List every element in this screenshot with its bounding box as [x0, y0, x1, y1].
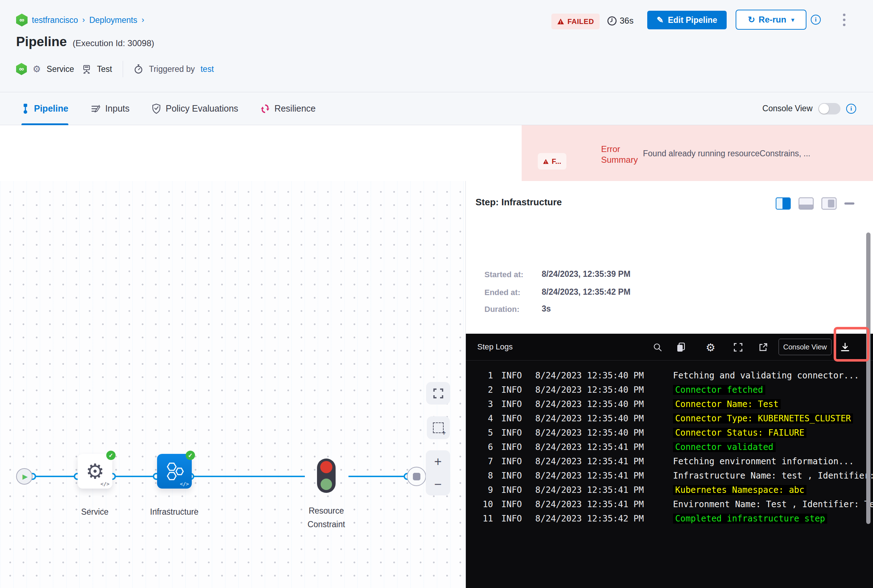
resource-constraint-label: Resource Constraint [294, 504, 359, 531]
log-line: 4INFO8/24/2023 12:35:40 PMConnector Type… [466, 411, 873, 426]
environment-tag[interactable]: Test [97, 64, 112, 74]
console-view-control: Console View i [762, 92, 856, 125]
log-open-external-button[interactable] [757, 342, 769, 353]
log-message-cell: Connector Status: FAILURE [673, 426, 873, 440]
execution-id: (Execution Id: 30098) [73, 38, 154, 48]
external-link-icon [758, 342, 768, 352]
shield-check-icon [152, 104, 161, 114]
log-level: INFO [501, 468, 535, 483]
tab-policy-evaluations[interactable]: Policy Evaluations [152, 92, 238, 125]
breadcrumb-separator-icon: › [142, 15, 144, 25]
log-copy-button[interactable] [675, 342, 687, 353]
canvas-fullscreen-button[interactable] [426, 382, 450, 405]
log-timestamp: 8/24/2023 12:35:40 PM [535, 383, 673, 397]
hexagons-icon [164, 461, 186, 482]
log-timestamp: 8/24/2023 12:35:41 PM [535, 454, 673, 468]
elapsed-time-value: 36s [620, 16, 634, 26]
tab-inputs[interactable]: Inputs [90, 92, 129, 125]
cd-module-icon: ∞ [16, 14, 27, 27]
tab-inputs-label: Inputs [105, 104, 129, 114]
breadcrumb-deployments-link[interactable]: Deployments [89, 15, 137, 25]
infrastructure-node-label: Infrastructure [142, 507, 206, 517]
copy-icon [676, 342, 686, 352]
log-message-cell: Fetching and validating connector... [673, 368, 873, 383]
play-icon: ▶ [23, 472, 28, 481]
log-level: INFO [501, 497, 535, 512]
log-timestamp: 8/24/2023 12:35:41 PM [535, 440, 673, 454]
traffic-red-light [320, 461, 332, 473]
log-console-view-button[interactable]: Console View [778, 339, 831, 355]
log-message-cell: Kubernetes Namespace: abc [673, 483, 873, 497]
pipeline-start-node[interactable]: ▶ [16, 468, 33, 484]
pipeline-execution-page: ∞ testfrancisco › Deployments › FAILED 3… [0, 0, 873, 588]
failed-chip: F... [538, 153, 566, 170]
edge-service-infra [115, 476, 156, 477]
breadcrumb-project-link[interactable]: testfrancisco [32, 15, 78, 25]
log-message-cell: Connector fetched [673, 383, 873, 397]
log-timestamp: 8/24/2023 12:35:41 PM [535, 483, 673, 497]
step-logs-panel: Step Logs ⚙ [466, 334, 873, 588]
minimize-panel-icon[interactable] [844, 202, 854, 205]
tab-resilience-label: Resilience [274, 104, 316, 114]
log-message: Infrastructure Name: test , Identifier: [673, 471, 873, 481]
service-tag[interactable]: Service [47, 64, 74, 74]
execution-info-icon[interactable]: i [811, 15, 821, 25]
log-line-number: 4 [475, 411, 493, 426]
log-message: Connector Type: KUBERNETES_CLUSTER [673, 414, 853, 423]
step-panel-title: Step: Infrastructure [475, 197, 562, 208]
console-view-info-icon[interactable]: i [846, 104, 856, 114]
more-options-menu[interactable] [841, 12, 847, 27]
log-download-button[interactable] [839, 342, 851, 353]
traffic-green-light [321, 478, 332, 490]
gear-icon: ⚙ [33, 64, 41, 75]
pipeline-graph-canvas[interactable]: ▶ ⚙ </> ✓ Service </> ✓ Infrastructure R… [0, 181, 466, 588]
tab-policy-evaluations-label: Policy Evaluations [166, 104, 238, 114]
layout-split-right-icon[interactable] [776, 197, 791, 210]
rerun-button[interactable]: ↻ Re-run ▾ [736, 10, 807, 30]
log-search-button[interactable] [652, 342, 663, 353]
log-rows[interactable]: 1INFO8/24/2023 12:35:40 PMFetching and v… [466, 360, 873, 588]
layout-floating-icon[interactable] [822, 197, 837, 210]
trigger-user-link[interactable]: test [200, 64, 213, 74]
marquee-select-icon [433, 422, 444, 433]
step-logs-header: Step Logs ⚙ [466, 334, 873, 360]
step-logs-title: Step Logs [477, 342, 513, 352]
zoom-out-button[interactable]: − [434, 478, 442, 491]
code-tag: </> [101, 481, 110, 487]
edit-pipeline-button[interactable]: ✎ Edit Pipeline [647, 11, 727, 29]
log-level: INFO [501, 440, 535, 454]
log-level: INFO [501, 483, 535, 497]
zoom-in-button[interactable]: + [434, 455, 442, 468]
status-badge: FAILED [551, 14, 600, 29]
status-badge-label: FAILED [568, 18, 594, 26]
log-line: 11INFO8/24/2023 12:35:42 PMCompleted inf… [466, 512, 873, 526]
log-fullscreen-button[interactable] [732, 342, 744, 353]
breadcrumb-separator-icon: › [82, 15, 85, 25]
log-line-number: 5 [475, 426, 493, 440]
step-started-value: 8/24/2023, 12:35:39 PM [542, 269, 630, 279]
environment-icon [82, 64, 91, 74]
log-message-cell: Connector Name: Test [673, 397, 873, 411]
stopwatch-icon [134, 64, 143, 74]
tab-pipeline[interactable]: Pipeline [21, 92, 68, 125]
resource-constraint-label-line2: Constraint [294, 518, 359, 531]
canvas-select-button[interactable] [427, 416, 450, 439]
service-step-node[interactable]: ⚙ </> ✓ [78, 454, 112, 489]
layout-bottom-icon[interactable] [799, 197, 814, 210]
log-settings-button[interactable]: ⚙ [705, 342, 716, 353]
log-line-number: 10 [475, 497, 493, 512]
log-timestamp: 8/24/2023 12:35:42 PM [535, 512, 673, 526]
resource-constraint-node[interactable] [317, 459, 336, 493]
download-icon [840, 342, 850, 352]
execution-tabbar: Pipeline Inputs Policy Evaluations [0, 92, 873, 125]
fullscreen-icon [733, 342, 743, 352]
console-view-toggle[interactable] [818, 103, 840, 114]
panel-layout-controls [776, 197, 854, 210]
pipeline-end-node[interactable] [407, 467, 426, 486]
panel-scrollbar[interactable] [866, 232, 870, 524]
log-line-number: 11 [475, 512, 493, 526]
log-line: 1INFO8/24/2023 12:35:40 PMFetching and v… [466, 368, 873, 383]
tab-resilience[interactable]: Resilience [260, 92, 316, 125]
step-duration-value: 3s [542, 304, 551, 314]
infrastructure-step-node[interactable]: </> ✓ [157, 454, 192, 489]
